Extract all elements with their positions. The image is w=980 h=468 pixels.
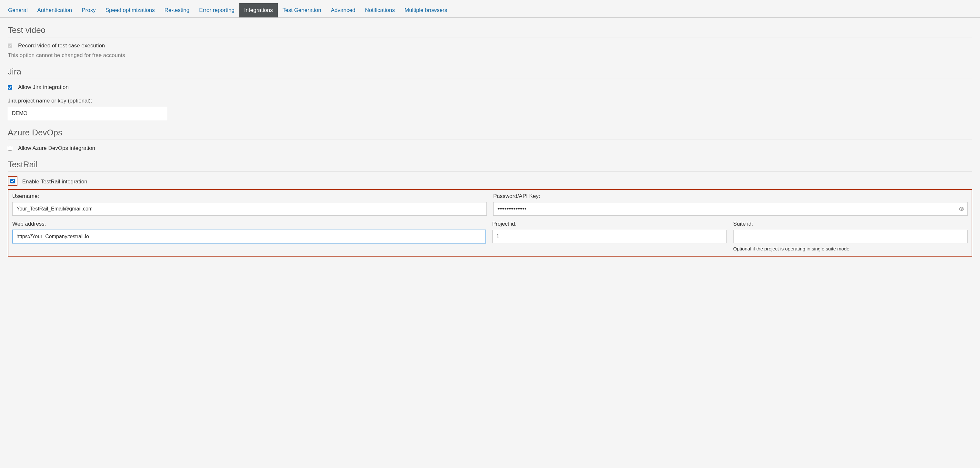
- tab-test-generation[interactable]: Test Generation: [278, 3, 326, 17]
- label-testrail-webaddress: Web address:: [12, 220, 486, 228]
- highlight-enable-testrail: [8, 176, 18, 186]
- tabs-bar: GeneralAuthenticationProxySpeed optimiza…: [0, 3, 980, 18]
- label-allow-azure: Allow Azure DevOps integration: [18, 144, 95, 152]
- input-jira-project[interactable]: [8, 107, 167, 120]
- section-title-test-video: Test video: [8, 24, 972, 37]
- section-title-jira: Jira: [8, 66, 972, 79]
- checkbox-record-video: [8, 43, 12, 48]
- tab-integrations[interactable]: Integrations: [239, 3, 278, 17]
- note-record-video: This option cannot be changed for free a…: [8, 52, 972, 59]
- label-record-video: Record video of test case execution: [18, 42, 105, 50]
- help-testrail-suiteid: Optional if the project is operating in …: [733, 245, 968, 252]
- tab-advanced[interactable]: Advanced: [326, 3, 360, 17]
- input-testrail-projectid[interactable]: [492, 230, 727, 243]
- checkbox-allow-jira[interactable]: [8, 85, 12, 90]
- section-title-testrail: TestRail: [8, 159, 972, 172]
- tab-proxy[interactable]: Proxy: [77, 3, 100, 17]
- section-title-azure: Azure DevOps: [8, 127, 972, 140]
- highlight-testrail-fields: Username: Password/API Key:: [8, 189, 972, 257]
- label-testrail-projectid: Project id:: [492, 220, 727, 228]
- tab-authentication[interactable]: Authentication: [32, 3, 77, 17]
- password-visibility-icon[interactable]: [959, 206, 964, 212]
- input-testrail-password[interactable]: [493, 202, 968, 216]
- label-testrail-password: Password/API Key:: [493, 192, 968, 200]
- tab-re-testing[interactable]: Re-testing: [160, 3, 194, 17]
- tab-multiple-browsers[interactable]: Multiple browsers: [400, 3, 452, 17]
- tab-speed-optimizations[interactable]: Speed optimizations: [101, 3, 160, 17]
- input-testrail-username[interactable]: [12, 202, 487, 216]
- tab-error-reporting[interactable]: Error reporting: [194, 3, 239, 17]
- checkbox-allow-azure[interactable]: [8, 146, 12, 151]
- checkbox-enable-testrail[interactable]: [10, 179, 15, 183]
- label-testrail-username: Username:: [12, 192, 487, 200]
- label-jira-project: Jira project name or key (optional):: [8, 97, 972, 105]
- tab-notifications[interactable]: Notifications: [360, 3, 400, 17]
- svg-point-0: [961, 208, 963, 210]
- input-testrail-webaddress[interactable]: [12, 230, 486, 243]
- input-testrail-suiteid[interactable]: [733, 230, 968, 243]
- label-enable-testrail: Enable TestRail integration: [22, 179, 88, 185]
- tab-general[interactable]: General: [3, 3, 32, 17]
- label-allow-jira: Allow Jira integration: [18, 84, 69, 91]
- label-testrail-suiteid: Suite id:: [733, 220, 968, 228]
